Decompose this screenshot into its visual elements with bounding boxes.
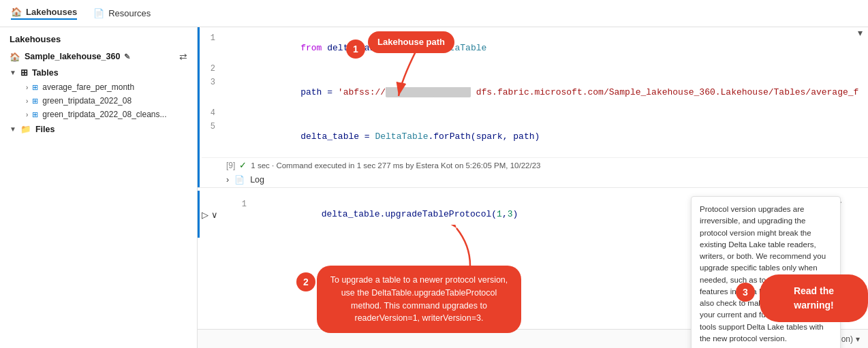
table-name-3: green_tripdata_2022_08_cleans... — [42, 110, 166, 119]
warning-popup: Protocol version upgrades are irreversib… — [691, 196, 841, 348]
code-line-1: 1 from delta.tables import DeltaTable — [202, 33, 868, 63]
sidebar-title: Lakehouses — [0, 27, 197, 48]
code-line-5: 5 delta_table = DeltaTable.forPath(spark… — [202, 121, 868, 152]
line-content-1: from delta.tables import DeltaTable — [226, 33, 868, 63]
annotation-bubble-1: Lakehouse path — [368, 31, 454, 53]
nav-resources-label: Resources — [108, 8, 151, 18]
sidebar: Lakehouses 🏠 Sample_lakehouse_360 ✎ ⇄ ▼ … — [0, 27, 198, 348]
log-label: Log — [250, 175, 264, 185]
tree-section: ▼ ⊞ Tables › ⊞ average_fare_per_month › … — [0, 65, 197, 137]
exec-status: [9] ✓ 1 sec · Command executed in 1 sec … — [202, 157, 868, 172]
nav-lakehouses-label: Lakehouses — [26, 7, 77, 17]
edit-icon: ✎ — [124, 52, 130, 61]
sample-name-row: 🏠 Sample_lakehouse_360 ✎ ⇄ — [0, 48, 197, 65]
cell-exec-number: [9] — [226, 161, 235, 170]
resources-icon: 📄 — [93, 8, 104, 18]
line-content-5: delta_table = DeltaTable.forPath(spark, … — [226, 121, 868, 152]
code-line-2: 2 — [202, 63, 868, 77]
log-row[interactable]: › 📄 Log — [202, 172, 868, 187]
nav-resources[interactable]: 📄 Resources — [93, 8, 151, 18]
cell-controls: ▷ ∨ — [202, 209, 218, 219]
tables-group[interactable]: ▼ ⊞ Tables — [0, 65, 197, 80]
tables-icon: ⊞ — [20, 67, 28, 78]
main-layout: Lakehouses 🏠 Sample_lakehouse_360 ✎ ⇄ ▼ … — [0, 27, 868, 348]
tables-chevron: ▼ — [10, 69, 16, 76]
leaf-chevron: › — [26, 84, 28, 91]
table-icon-3: ⊞ — [32, 110, 38, 119]
line-num-1: 1 — [202, 33, 226, 43]
lakehouse-icon: 🏠 — [11, 7, 22, 17]
tables-label: Tables — [32, 68, 59, 78]
line-num-c2-1: 1 — [233, 200, 258, 209]
table-name-1: average_fare_per_month — [42, 82, 134, 92]
scroll-btn-1[interactable]: ▾ — [858, 27, 863, 38]
lakehouse-small-icon: 🏠 — [10, 52, 20, 62]
table-name-2: green_tripdata_2022_08 — [42, 96, 131, 106]
run-button[interactable]: ▷ — [202, 209, 208, 219]
files-icon: 📁 — [20, 124, 31, 134]
table-icon-1: ⊞ — [32, 83, 38, 92]
line-num-4: 4 — [202, 108, 226, 118]
cell-accent-bar — [198, 27, 200, 187]
exec-message: 1 sec · Command executed in 1 sec 277 ms… — [251, 161, 540, 170]
log-expand-icon: › — [226, 175, 229, 185]
sidebar-item-green-tripdata-cleans[interactable]: › ⊞ green_tripdata_2022_08_cleans... — [0, 108, 197, 121]
annotation-badge-1: 1 — [346, 39, 365, 59]
log-doc-icon: 📄 — [234, 175, 245, 185]
annotation-bubble-3: Read the warning! — [760, 274, 868, 322]
line-num-5: 5 — [202, 122, 226, 131]
code-lines-1: 1 from delta.tables import DeltaTable 2 … — [202, 27, 868, 157]
code-line-3: 3 path = 'abfss://████████████████ dfs.f… — [202, 77, 868, 108]
content-area: 1 from delta.tables import DeltaTable 2 … — [198, 27, 868, 348]
nav-lakehouses[interactable]: 🏠 Lakehouses — [11, 7, 77, 20]
sidebar-item-green-tripdata[interactable]: › ⊞ green_tripdata_2022_08 — [0, 94, 197, 108]
line-num-3: 3 — [202, 78, 226, 87]
annotation-badge-2: 2 — [296, 272, 315, 291]
collapse-button[interactable]: ∨ — [211, 209, 218, 219]
refresh-icon[interactable]: ⇄ — [179, 51, 187, 62]
annotation-badge-3: 3 — [736, 283, 755, 302]
leaf-chevron-3: › — [26, 111, 28, 118]
files-chevron: ▼ — [10, 125, 16, 133]
sample-name-label: Sample_lakehouse_360 — [25, 52, 120, 61]
table-icon-2: ⊞ — [32, 97, 38, 106]
code-cell-1: 1 from delta.tables import DeltaTable 2 … — [198, 27, 868, 188]
top-nav: 🏠 Lakehouses 📄 Resources — [0, 0, 868, 27]
files-label: Files — [35, 125, 55, 134]
line-num-2: 2 — [202, 64, 226, 74]
check-icon: ✓ — [239, 160, 247, 170]
pyspark-chevron: ▾ — [856, 334, 860, 344]
line-content-3: path = 'abfss://████████████████ dfs.fab… — [226, 77, 868, 108]
code-line-4: 4 — [202, 108, 868, 121]
leaf-chevron-2: › — [26, 97, 28, 105]
annotation-bubble-2: To upgrade a table to a newer protocol v… — [317, 266, 521, 333]
sidebar-item-average-fare[interactable]: › ⊞ average_fare_per_month — [0, 80, 197, 94]
files-group[interactable]: ▼ 📁 Files — [0, 121, 197, 137]
sample-name[interactable]: 🏠 Sample_lakehouse_360 ✎ — [10, 52, 130, 62]
cell-accent-bar-2 — [198, 191, 200, 238]
code-cell-2-wrapper: ▷ ∨ 1 delta_table.upgradeTableProtocol(1… — [198, 191, 868, 238]
line-content-2 — [226, 63, 868, 74]
line-content-4 — [226, 108, 868, 118]
